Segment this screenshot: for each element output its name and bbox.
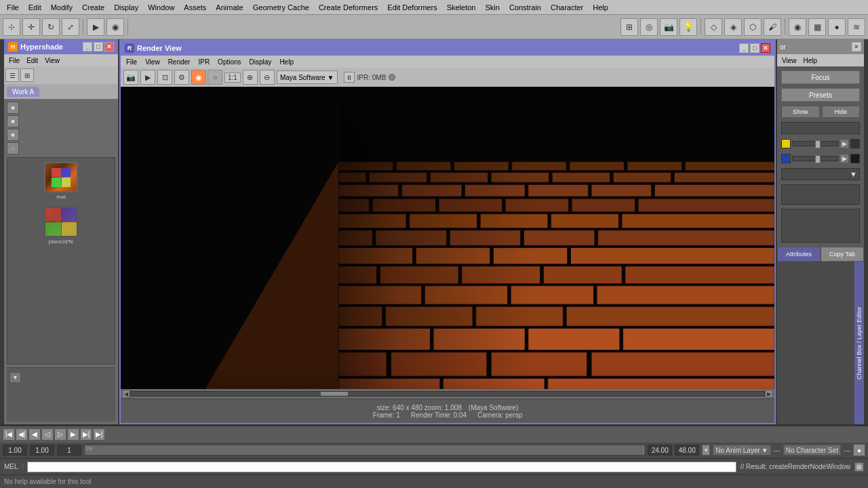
texture-icon[interactable]: ▦ (808, 18, 826, 36)
menu-window[interactable]: Window (144, 2, 178, 13)
skip-end-btn[interactable]: ▶| (93, 428, 105, 441)
camera-icon[interactable]: 📷 (660, 18, 677, 36)
attr-tab-attributes[interactable]: Attributes (777, 247, 821, 262)
hs-icon-3[interactable]: ■ (7, 129, 19, 141)
mel-expand-btn[interactable]: ⊞ (854, 462, 864, 472)
rv-menu-help[interactable]: Help (276, 58, 297, 66)
rv-menu-render[interactable]: Render (165, 58, 194, 66)
yellow-sq[interactable] (850, 139, 860, 148)
material-icon[interactable]: ◉ (789, 18, 806, 36)
yellow-swatch[interactable] (781, 139, 791, 148)
rv-red-btn[interactable]: ◉ (191, 70, 206, 85)
ipr-btn[interactable]: ◉ (106, 18, 124, 36)
hs-menu-edit[interactable]: Edit (24, 56, 41, 65)
menu-create-deformers[interactable]: Create Deformers (315, 2, 382, 13)
hs-material-dropdown[interactable]: ▼ (9, 372, 21, 383)
hs-icon-4[interactable]: ○ (7, 142, 19, 155)
next-key-btn[interactable]: ▶| (80, 428, 92, 441)
rv-menu-display[interactable]: Display (246, 58, 275, 66)
hs-texture-node[interactable]: place2dTe (41, 207, 81, 247)
nurbs-icon[interactable]: ◈ (724, 18, 742, 36)
rv-ratio-btn[interactable]: 1:1 (224, 73, 241, 83)
menu-edit-deformers[interactable]: Edit Deformers (383, 2, 441, 13)
subdiv-icon[interactable]: ⬡ (744, 18, 762, 36)
menu-animate[interactable]: Animate (212, 2, 247, 13)
rv-ipr-region-btn[interactable]: ⊡ (157, 70, 172, 85)
rv-zoom-btn[interactable]: ⊕ (243, 70, 258, 85)
menu-help[interactable]: Help (589, 2, 612, 13)
rv-scroll-track[interactable] (130, 391, 765, 396)
rv-scroll-right-btn[interactable]: ▶ (765, 390, 773, 398)
rv-scroll-left-btn[interactable]: ◀ (122, 390, 130, 398)
rv-menu-view[interactable]: View (142, 58, 163, 66)
rv-menu-ipr[interactable]: IPR (195, 58, 213, 66)
snap-icon[interactable]: ◎ (640, 18, 658, 36)
grid-icon[interactable]: ⊞ (620, 18, 638, 36)
rv-settings-btn[interactable]: ⚙ (174, 70, 189, 85)
prev-frame-btn[interactable]: ◀ (28, 428, 41, 441)
autokey-btn[interactable]: ● (853, 444, 865, 456)
anim-layer-dropdown[interactable]: No Anim Layer ▼ (713, 445, 771, 455)
rotate-tool-btn[interactable]: ↻ (42, 18, 60, 36)
menu-edit[interactable]: Edit (24, 2, 45, 13)
light-icon[interactable]: 💡 (679, 18, 697, 36)
yellow-slider[interactable] (792, 141, 838, 146)
menu-geometry-cache[interactable]: Geometry Cache (249, 2, 313, 13)
attr-menu-view[interactable]: View (779, 56, 800, 65)
attr-tab-copy[interactable]: Copy Tab (821, 247, 864, 262)
total-end-box[interactable]: 48.00 (675, 445, 699, 455)
dynamics-icon[interactable]: ≋ (848, 18, 865, 36)
rv-render-btn[interactable]: ▶ (140, 70, 155, 85)
attr-input-1[interactable] (781, 122, 860, 134)
play-back-btn[interactable]: ◁ (41, 428, 54, 441)
move-tool-btn[interactable]: ✛ (22, 18, 40, 36)
rv-zoom2-btn[interactable]: ⊖ (260, 70, 275, 85)
render-btn[interactable]: ▶ (87, 18, 104, 36)
current-frame-box[interactable]: 1 (57, 445, 81, 455)
hs-menu-view[interactable]: View (42, 56, 62, 65)
menu-character[interactable]: Character (547, 2, 587, 13)
menu-create[interactable]: Create (78, 2, 108, 13)
timeline-scale[interactable]: 24 (84, 445, 645, 455)
focus-btn[interactable]: Focus (781, 70, 860, 84)
presets-btn[interactable]: Presets (781, 88, 860, 102)
paint-icon[interactable]: 🖌 (764, 18, 781, 36)
menu-display[interactable]: Display (110, 2, 142, 13)
blue-swatch[interactable] (781, 154, 791, 163)
shading-icon[interactable]: ● (828, 18, 846, 36)
attr-editor-close-btn[interactable]: ✕ (852, 42, 861, 52)
menu-skin[interactable]: Skin (481, 2, 503, 13)
show-btn[interactable]: Show (781, 106, 820, 118)
menu-file[interactable]: File (3, 2, 23, 13)
hs-list-btn[interactable]: ☰ (5, 68, 19, 82)
mel-input[interactable] (27, 462, 736, 472)
hs-maximize-btn[interactable]: □ (94, 42, 103, 52)
attr-text-box-1[interactable] (781, 184, 860, 205)
poly-icon[interactable]: ◇ (705, 18, 722, 36)
hs-grid-btn[interactable]: ⊞ (20, 68, 34, 82)
blue-arrow-btn[interactable]: ▶ (840, 154, 849, 163)
rv-renderer-dropdown[interactable]: Maya Software ▼ (277, 70, 338, 84)
end-frame-input[interactable]: 1.00 (30, 445, 54, 455)
yellow-arrow-btn[interactable]: ▶ (840, 139, 849, 148)
rv-close-btn[interactable]: ✕ (761, 43, 770, 53)
play-fwd-btn[interactable]: ▷ (54, 428, 66, 441)
rv-gray-btn[interactable]: ○ (208, 70, 222, 85)
menu-assets[interactable]: Assets (180, 2, 210, 13)
next-frame-btn[interactable]: ▶ (67, 428, 79, 441)
menu-constrain[interactable]: Constrain (505, 2, 545, 13)
char-set-dropdown[interactable]: No Character Set (783, 445, 841, 455)
select-tool-btn[interactable]: ⊹ (3, 18, 20, 36)
blue-slider[interactable] (792, 156, 838, 161)
rv-ipr-pause-btn[interactable]: ⏸ (344, 72, 355, 83)
scale-tool-btn[interactable]: ⤢ (62, 18, 79, 36)
prev-key-btn[interactable]: ◀| (16, 428, 28, 441)
hs-tab-worka[interactable]: Work A (7, 87, 39, 97)
attr-dropdown-row[interactable]: ▼ (781, 168, 860, 180)
hs-menu-file[interactable]: File (6, 56, 22, 65)
hide-btn[interactable]: Hide (822, 106, 861, 118)
hs-minimize-btn[interactable]: _ (83, 42, 92, 52)
timeline-arrow-btn[interactable]: ▼ (702, 445, 710, 455)
rv-maximize-btn[interactable]: □ (750, 43, 760, 53)
rv-camera-btn[interactable]: 📷 (123, 70, 138, 85)
